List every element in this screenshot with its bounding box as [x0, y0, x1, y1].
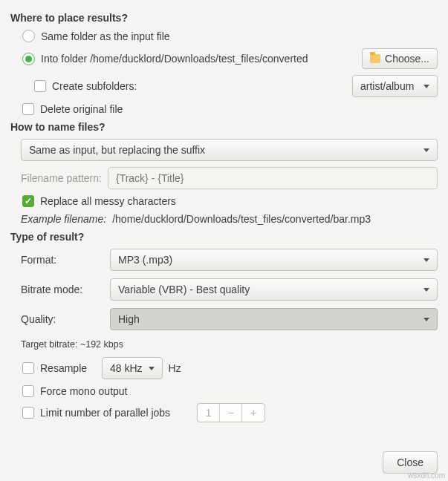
section-title-place: Where to place results? [10, 12, 438, 24]
format-value: MP3 (.mp3) [118, 254, 172, 266]
target-bitrate-text: Target bitrate: ~192 kbps [21, 339, 438, 350]
radio-into-folder-label: Into folder /home/ducklord/Downloads/tes… [41, 53, 308, 65]
minus-icon[interactable]: − [220, 404, 242, 422]
plus-icon[interactable]: + [242, 404, 264, 422]
choose-label: Choose... [385, 53, 429, 65]
create-subfolders-checkbox[interactable] [34, 80, 46, 92]
radio-into-folder-row[interactable]: Into folder /home/ducklord/Downloads/tes… [22, 48, 438, 69]
radio-icon [22, 53, 35, 65]
force-mono-label: Force mono output [40, 385, 128, 397]
choose-folder-button[interactable]: Choose... [362, 48, 438, 69]
watermark-text: wsxdn.com [408, 471, 445, 480]
quality-value: High [118, 313, 140, 325]
subfolder-pattern-value: artist/album [360, 80, 414, 92]
chevron-down-icon [423, 258, 429, 262]
resample-rate-select[interactable]: 48 kHz [102, 357, 163, 379]
replace-messy-checkbox [22, 195, 34, 207]
format-label: Format: [21, 254, 103, 266]
delete-original-row[interactable]: Delete original file [22, 103, 438, 115]
name-mode-select[interactable]: Same as input, but replacing the suffix [21, 139, 438, 161]
replace-messy-row[interactable]: Replace all messy characters [22, 195, 438, 207]
radio-icon [22, 30, 35, 42]
filename-pattern-input [108, 167, 438, 189]
bitrate-mode-select[interactable]: Variable (VBR) - Best quality [110, 278, 438, 301]
format-select[interactable]: MP3 (.mp3) [110, 249, 438, 271]
example-filename-label: Example filename: [21, 213, 106, 225]
chevron-down-icon [423, 288, 429, 292]
close-button[interactable]: Close [383, 451, 438, 474]
resample-unit: Hz [169, 362, 181, 374]
force-mono-checkbox [22, 385, 34, 397]
chevron-down-icon [423, 85, 429, 88]
close-label: Close [397, 457, 423, 468]
example-filename-value: /home/ducklord/Downloads/test_files/conv… [112, 213, 371, 225]
chevron-down-icon [423, 318, 429, 321]
subfolder-pattern-select[interactable]: artist/album [352, 75, 438, 97]
resample-checkbox[interactable] [22, 362, 34, 374]
resample-label: Resample [40, 362, 87, 374]
section-title-name: How to name files? [10, 121, 438, 133]
filename-pattern-label: Filename pattern: [21, 172, 102, 184]
radio-same-folder-row[interactable]: Same folder as the input file [22, 30, 438, 42]
limit-jobs-checkbox[interactable] [22, 407, 34, 419]
delete-original-checkbox [22, 103, 34, 115]
chevron-down-icon [423, 148, 429, 152]
create-subfolders-row: Create subfolders: artist/album [34, 75, 438, 97]
create-subfolders-label: Create subfolders: [52, 80, 137, 92]
quality-select[interactable]: High [110, 308, 438, 330]
limit-jobs-label: Limit number of parallel jobs [40, 407, 170, 419]
replace-messy-label: Replace all messy characters [40, 195, 176, 207]
resample-rate-value: 48 kHz [110, 362, 143, 374]
bitrate-mode-value: Variable (VBR) - Best quality [118, 284, 250, 295]
quality-label: Quality: [21, 313, 103, 325]
delete-original-label: Delete original file [40, 103, 123, 115]
limit-jobs-stepper[interactable]: 1 − + [197, 403, 265, 422]
folder-icon [370, 54, 380, 63]
bitrate-mode-label: Bitrate mode: [21, 284, 103, 295]
force-mono-row[interactable]: Force mono output [22, 385, 438, 397]
limit-jobs-value: 1 [198, 404, 220, 422]
section-title-result: Type of result? [10, 231, 438, 243]
name-mode-value: Same as input, but replacing the suffix [29, 144, 205, 156]
chevron-down-icon [149, 367, 155, 370]
radio-same-folder-label: Same folder as the input file [41, 30, 170, 42]
